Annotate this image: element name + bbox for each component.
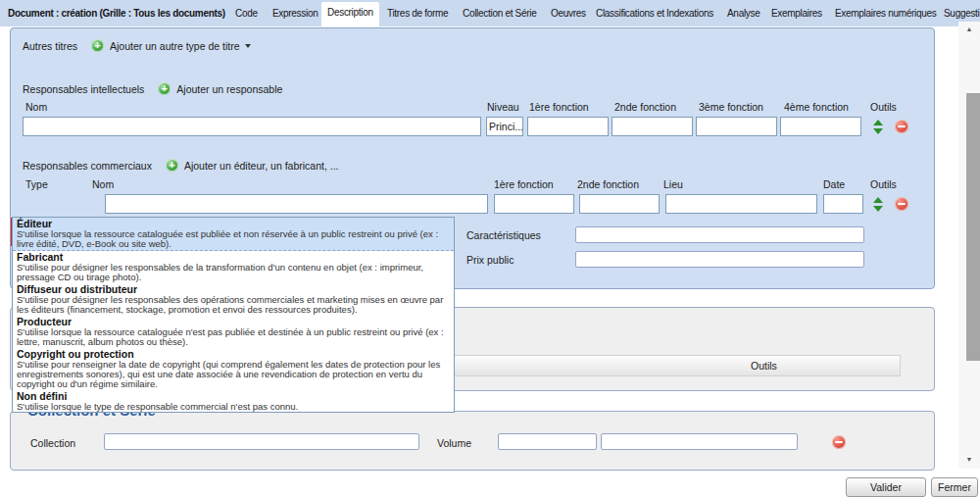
col-header-1ere-fonction: 1ère fonction [494,178,554,190]
collection-input[interactable] [104,433,419,450]
intel-nom-input[interactable] [23,117,481,136]
autres-titres-row: Autres titres + Ajouter un autre type de… [23,38,251,53]
volume-title-input[interactable] [601,433,798,450]
col-header-lieu: Lieu [663,178,683,190]
caracteristiques-label: Caractéristiques [466,229,541,241]
remove-row-icon[interactable] [832,435,846,449]
col-header-outils: Outils [870,101,897,113]
add-editeur-button[interactable]: Ajouter un éditeur, un fabricant, ... [184,160,339,172]
vertical-scrollbar[interactable]: ▲ ▼ [958,22,980,469]
comm-fonction2-input[interactable] [579,194,660,214]
tab-exemplaires-numeriques[interactable]: Exemplaires numériques [835,0,936,26]
document-creation-window: Document : création (Grille : Tous les d… [0,0,980,498]
outils-header: Outils [751,360,777,372]
comm-nom-input[interactable] [105,194,488,214]
col-header-3eme-fonction: 3ème fonction [699,101,763,113]
col-header-2nde-fonction: 2nde fonction [614,101,676,113]
collection-label: Collection [30,437,75,449]
move-updown-icon[interactable] [873,120,884,134]
intel-fonction4-input[interactable] [780,117,861,136]
option-description: S'utilise lorsque la ressource catalogué… [17,229,450,249]
option-description: S'utilise lorsque le type de responsable… [17,402,450,412]
prix-public-input[interactable] [575,251,864,268]
responsables-commerciaux-row: Responsables commerciaux + Ajouter un éd… [23,158,339,173]
scroll-up-icon[interactable]: ▲ [958,25,980,32]
intel-fonction3-input[interactable] [696,117,777,136]
option-description: S'utilise pour renseigner la date de cop… [17,360,450,389]
window-title: Document : création (Grille : Tous les d… [8,0,225,26]
intel-niveau-select[interactable]: Princi... [486,117,523,136]
scrollbar-thumb[interactable] [966,93,980,361]
tab-expression[interactable]: Expression [272,0,318,26]
volume-number-input[interactable] [498,433,597,450]
col-header-nom: Nom [25,101,47,113]
type-dropdown-list: Éditeur S'utilise lorsque la ressource c… [12,217,455,413]
tab-exemplaires[interactable]: Exemplaires [771,0,822,26]
responsables-commerciaux-label: Responsables commerciaux [23,160,152,172]
option-description: S'utilise lorsque la ressource catalogué… [17,327,450,347]
col-header-date: Date [823,178,845,190]
tab-collection-et-serie[interactable]: Collection et Série [463,0,536,26]
intel-fonction1-input[interactable] [527,117,609,136]
dropdown-option-producteur[interactable]: Producteur S'utilise lorsque la ressourc… [13,316,454,348]
tab-bar: Document : création (Grille : Tous les d… [0,0,980,26]
fermer-button[interactable]: Fermer [931,477,978,497]
intel-fonction2-input[interactable] [612,117,693,136]
dropdown-option-copyright[interactable]: Copyright ou protection S'utilise pour r… [13,348,454,390]
dropdown-option-diffuseur[interactable]: Diffuseur ou distributeur S'utilise pour… [13,283,454,316]
col-header-type: Type [25,178,48,190]
col-header-2nde-fonction: 2nde fonction [577,178,639,190]
option-description: S'utilise pour désigner les responsables… [17,295,450,315]
col-header-1ere-fonction: 1ère fonction [529,101,589,113]
col-header-nom: Nom [92,178,114,190]
comm-date-input[interactable] [823,194,863,214]
dropdown-option-editeur[interactable]: Éditeur S'utilise lorsque la ressource c… [13,218,454,251]
chevron-down-icon[interactable] [245,44,251,48]
option-description: S'utilise pour désigner les responsables… [17,263,450,282]
comm-lieu-input[interactable] [665,194,817,214]
responsables-intellectuels-label: Responsables intellectuels [23,83,144,95]
scroll-down-icon[interactable]: ▼ [958,456,980,463]
dropdown-option-fabricant[interactable]: Fabricant S'utilise pour désigner les re… [13,251,454,283]
move-updown-icon[interactable] [873,197,884,212]
add-plus-icon[interactable]: + [91,39,104,52]
tab-classifications-et-indexations[interactable]: Classifications et Indexations [596,0,713,26]
responsables-intellectuels-row: Responsables intellectuels + Ajouter un … [23,81,282,96]
tab-description[interactable]: Description [321,2,379,26]
autres-titres-label: Autres titres [23,40,77,52]
tab-titres-de-forme[interactable]: Titres de forme [387,0,448,26]
valider-button[interactable]: Valider [846,477,926,497]
remove-row-icon[interactable] [895,120,908,133]
tab-analyse[interactable]: Analyse [727,0,760,26]
add-plus-icon[interactable]: + [158,82,171,95]
prix-public-label: Prix public [466,254,514,266]
collection-et-serie-panel: Collection Volume [10,411,935,471]
col-header-niveau: Niveau [487,101,519,113]
dropdown-option-non-defini[interactable]: Non défini S'utilise lorsque le type de … [13,390,454,413]
col-header-outils: Outils [870,178,897,190]
add-autre-titre-button[interactable]: Ajouter un autre type de titre [110,40,240,52]
caracteristiques-input[interactable] [575,226,864,243]
remove-row-icon[interactable] [895,197,908,211]
add-responsable-button[interactable]: Ajouter un responsable [176,83,282,95]
volume-label: Volume [437,437,471,449]
col-header-4eme-fonction: 4ème fonction [784,101,849,113]
add-plus-icon[interactable]: + [166,159,178,172]
tab-oeuvres[interactable]: Oeuvres [551,0,586,26]
tab-code[interactable]: Code [235,0,258,26]
comm-fonction1-input[interactable] [494,194,574,214]
